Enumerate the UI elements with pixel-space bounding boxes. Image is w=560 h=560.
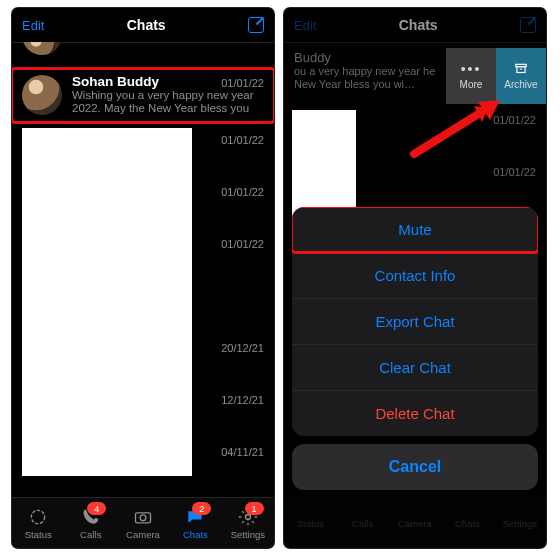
more-icon: ••• <box>461 62 482 76</box>
phone-right: Edit Chats Buddy ou a very happy new yea… <box>284 8 546 548</box>
action-sheet: Mute Contact Info Export Chat Clear Chat… <box>292 207 538 490</box>
chat-date: 01/01/22 <box>221 77 264 89</box>
chat-date: 01/01/22 <box>221 134 264 146</box>
chat-date: 01/01/22 <box>493 114 536 126</box>
badge: 2 <box>192 502 211 515</box>
tab-bar: Status Calls Camera Chats Settings <box>284 497 546 548</box>
tab-calls: Calls <box>336 498 388 548</box>
phone-left: Edit Chats Sohan Buddy Wishing you a ver… <box>12 8 274 548</box>
svg-point-2 <box>140 514 146 520</box>
swipe-more-button[interactable]: •••More <box>446 48 496 104</box>
avatar <box>22 42 62 55</box>
badge: 1 <box>245 502 264 515</box>
svg-point-0 <box>32 510 45 523</box>
tab-calls[interactable]: Calls4 <box>64 498 116 548</box>
chat-row-highlighted[interactable]: Sohan Buddy Wishing you a very happy new… <box>12 69 274 122</box>
sheet-delete-chat[interactable]: Delete Chat <box>292 390 538 436</box>
sheet-export-chat[interactable]: Export Chat <box>292 298 538 344</box>
chat-date: 04/11/21 <box>221 446 264 458</box>
chat-row-partial[interactable] <box>12 42 274 69</box>
redaction-block <box>22 128 192 476</box>
chat-preview: Wishing you a very happy new year 2022. … <box>72 89 264 117</box>
chat-date: 12/12/21 <box>221 394 264 406</box>
sheet-mute[interactable]: Mute <box>292 207 538 252</box>
swipe-archive-button[interactable]: Archive <box>496 48 546 104</box>
chat-date: 01/01/22 <box>221 238 264 250</box>
tab-chats[interactable]: Chats2 <box>169 498 221 548</box>
tab-bar: Status Calls4 Camera Chats2 Settings1 <box>12 497 274 548</box>
tab-camera: Camera <box>389 498 441 548</box>
chat-preview: ou a very happy new year he New Year ble… <box>294 65 446 91</box>
chat-date: 01/01/22 <box>221 186 264 198</box>
chat-row-swiped[interactable]: Buddy ou a very happy new year he New Ye… <box>284 50 446 102</box>
chat-name: Buddy <box>294 50 446 65</box>
sheet-cancel[interactable]: Cancel <box>292 444 538 490</box>
tab-settings: Settings <box>494 498 546 548</box>
edit-button[interactable]: Edit <box>22 18 44 33</box>
sheet-clear-chat[interactable]: Clear Chat <box>292 344 538 390</box>
chat-date: 01/01/22 <box>493 166 536 178</box>
compose-icon[interactable] <box>248 17 264 33</box>
edit-button[interactable]: Edit <box>294 18 316 33</box>
chat-list: Buddy ou a very happy new year he New Ye… <box>284 42 546 498</box>
sheet-group: Mute Contact Info Export Chat Clear Chat… <box>292 207 538 436</box>
swipe-actions: •••More Archive <box>446 48 546 104</box>
avatar <box>22 75 62 115</box>
chat-list: Sohan Buddy Wishing you a very happy new… <box>12 42 274 498</box>
compose-icon[interactable] <box>520 17 536 33</box>
tab-camera[interactable]: Camera <box>117 498 169 548</box>
tab-chats: Chats <box>441 498 493 548</box>
nav-bar: Edit Chats <box>284 8 546 43</box>
badge: 4 <box>87 502 106 515</box>
tab-settings[interactable]: Settings1 <box>222 498 274 548</box>
chat-date: 20/12/21 <box>221 342 264 354</box>
nav-bar: Edit Chats <box>12 8 274 43</box>
sheet-contact-info[interactable]: Contact Info <box>292 252 538 298</box>
tab-status[interactable]: Status <box>12 498 64 548</box>
page-title: Chats <box>399 17 438 33</box>
page-title: Chats <box>127 17 166 33</box>
tab-status: Status <box>284 498 336 548</box>
